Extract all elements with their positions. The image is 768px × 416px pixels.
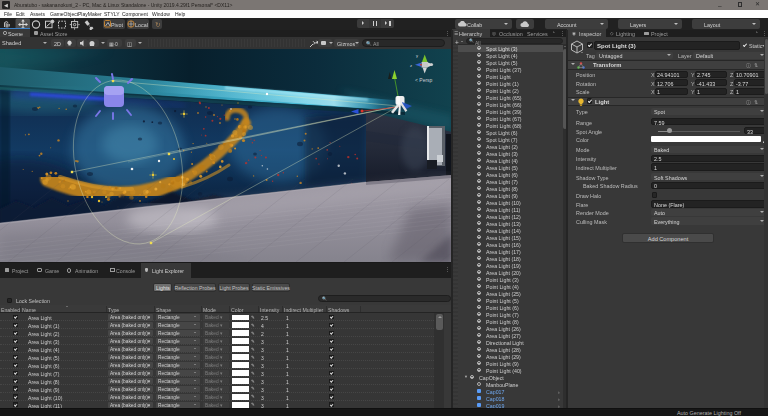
svg-text:z: z — [410, 63, 412, 68]
svg-text:< Persp: < Persp — [415, 77, 433, 83]
